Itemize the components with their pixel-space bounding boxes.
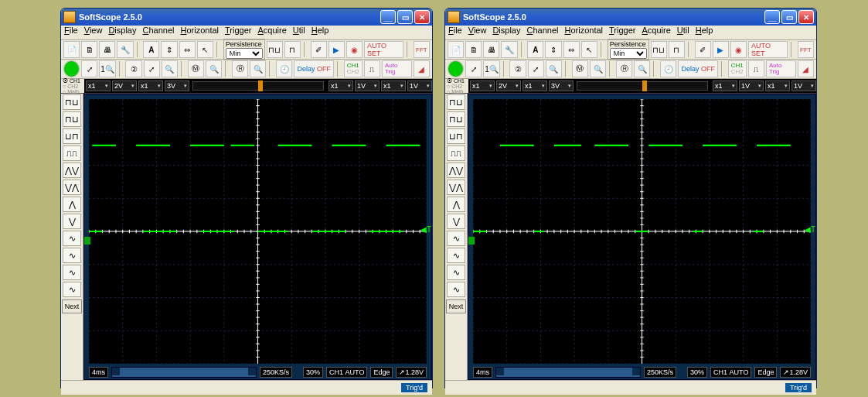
v-scale-3[interactable]: 1V▾ xyxy=(355,80,380,91)
zoom2-icon[interactable]: ⤢ xyxy=(528,60,544,77)
pointer-icon[interactable]: ↖ xyxy=(581,41,597,58)
waveshape-11[interactable]: ∿ xyxy=(447,282,465,297)
menu-horizontal[interactable]: Horizontal xyxy=(180,26,219,39)
zoom-fit-icon[interactable]: 1🔍 xyxy=(99,60,115,77)
position-slider[interactable] xyxy=(192,81,324,91)
menu-channel[interactable]: Channel xyxy=(526,26,558,39)
maximize-button[interactable]: ▭ xyxy=(781,10,797,24)
probe-icon[interactable]: ✐ xyxy=(311,41,327,58)
v-scale-4[interactable]: 1V▾ xyxy=(791,80,816,91)
ch-led-icon[interactable] xyxy=(63,60,80,77)
minimize-button[interactable]: __ xyxy=(764,10,780,24)
wave-b-icon[interactable]: ⊓ xyxy=(284,41,301,58)
channel-radio-group[interactable]: ⦿ CH1 ○ CH2 ○ Math xyxy=(445,79,468,93)
v-scale-1[interactable]: 2V▾ xyxy=(112,80,137,91)
print-icon[interactable]: 🖶 xyxy=(99,41,115,58)
waveshape-5[interactable]: ⋁⋀ xyxy=(447,180,465,195)
trig-slope-icon[interactable]: ◢ xyxy=(798,60,814,77)
cursor-v-icon[interactable]: ⇕ xyxy=(545,41,561,58)
open-icon[interactable]: 📄 xyxy=(448,41,464,58)
menu-help[interactable]: Help xyxy=(696,26,713,39)
v-scale-3[interactable]: 1V▾ xyxy=(739,80,764,91)
ref-button[interactable]: Ⓡ xyxy=(232,60,248,77)
menu-file[interactable]: File xyxy=(448,26,462,39)
menu-display[interactable]: Display xyxy=(108,26,136,39)
waveshape-11[interactable]: ∿ xyxy=(63,282,81,297)
menu-util[interactable]: Util xyxy=(677,26,689,39)
waveshape-4[interactable]: ⋀⋁ xyxy=(447,163,465,178)
persistence-select[interactable]: Min xyxy=(226,48,263,59)
menu-view[interactable]: View xyxy=(84,26,103,39)
autoset-button[interactable]: AUTO SET xyxy=(364,41,403,58)
ch-toggle[interactable]: CH1 CH2 xyxy=(344,60,363,77)
maximize-button[interactable]: ▭ xyxy=(397,10,413,24)
waveshape-3[interactable]: ⎍⎍ xyxy=(447,145,465,161)
fft-button[interactable]: FFT xyxy=(414,41,430,58)
titlebar[interactable]: SoftScope 2.5.0 __ ▭ ✕ xyxy=(61,9,432,26)
zoom-fit-icon[interactable]: 1🔍 xyxy=(483,60,499,77)
zoom2-fit-icon[interactable]: 🔍 xyxy=(546,60,562,77)
text-button[interactable]: A xyxy=(527,41,543,58)
cursor-h-icon[interactable]: ⇔ xyxy=(563,41,580,58)
waveshape-7[interactable]: ⋁ xyxy=(63,214,81,229)
probe-icon[interactable]: ✐ xyxy=(695,41,711,58)
zoom1-icon[interactable]: ⤢ xyxy=(81,60,97,77)
tool-icon[interactable]: 🔧 xyxy=(117,41,133,58)
trigger-marker[interactable]: ◀T xyxy=(420,225,431,234)
x-scale-2[interactable]: x1▾ xyxy=(138,80,163,91)
waveshape-4[interactable]: ⋀⋁ xyxy=(63,163,81,178)
waveshape-0[interactable]: ⊓⊔ xyxy=(447,94,465,110)
menu-trigger[interactable]: Trigger xyxy=(609,26,635,39)
ch2-button[interactable]: ② xyxy=(509,60,526,77)
h-scrollbar[interactable] xyxy=(111,367,257,378)
stop-button[interactable]: ◉ xyxy=(730,41,747,58)
waveshape-0[interactable]: ⊓⊔ xyxy=(63,94,81,110)
ch2-button[interactable]: ② xyxy=(125,60,141,77)
menu-trigger[interactable]: Trigger xyxy=(225,26,251,39)
wave-a-icon[interactable]: ⊓⊔ xyxy=(651,41,667,58)
zoom4-icon[interactable]: 🔍 xyxy=(634,60,650,77)
autotrig-button[interactable]: Auto Trig xyxy=(382,60,412,77)
edge-icon[interactable]: ⎍ xyxy=(748,60,764,77)
timebase-field[interactable]: 4ms xyxy=(89,367,108,378)
x-scale-2[interactable]: x1▾ xyxy=(523,80,547,91)
ground-marker[interactable] xyxy=(468,237,475,245)
text-button[interactable]: A xyxy=(143,41,159,58)
autotrig-button[interactable]: Auto Trig xyxy=(766,60,796,77)
zoom2-icon[interactable]: ⤢ xyxy=(144,60,160,77)
autoset-button[interactable]: AUTO SET xyxy=(748,41,788,58)
run-button[interactable]: ▶ xyxy=(328,41,345,58)
close-button[interactable]: ✕ xyxy=(798,10,814,24)
persistence-select[interactable]: Min xyxy=(610,48,647,59)
trig-slope-icon[interactable]: ◢ xyxy=(414,60,430,77)
save-icon[interactable]: 🗎 xyxy=(465,41,482,58)
waveshape-3[interactable]: ⎍⎍ xyxy=(63,145,81,161)
x-scale-4[interactable]: x1▾ xyxy=(381,80,406,91)
math-button[interactable]: Ⓜ xyxy=(572,60,588,77)
delay-button[interactable]: Delay OFF xyxy=(294,60,334,77)
waveshape-8[interactable]: ∿ xyxy=(447,231,465,246)
ground-marker[interactable] xyxy=(84,237,90,245)
menu-channel[interactable]: Channel xyxy=(142,26,174,39)
waveshape-10[interactable]: ∿ xyxy=(447,265,465,280)
tool-icon[interactable]: 🔧 xyxy=(501,41,517,58)
cursor-h-icon[interactable]: ⇔ xyxy=(179,41,196,58)
next-button[interactable]: Next xyxy=(446,299,466,313)
v-scale-4[interactable]: 1V▾ xyxy=(407,80,432,91)
ch-led-icon[interactable] xyxy=(448,60,464,77)
scope-display[interactable] xyxy=(89,99,427,364)
stop-button[interactable]: ◉ xyxy=(346,41,363,58)
h-scrollbar[interactable] xyxy=(495,367,641,378)
close-button[interactable]: ✕ xyxy=(414,10,430,24)
minimize-button[interactable]: __ xyxy=(380,10,396,24)
waveshape-2[interactable]: ⊔⊓ xyxy=(63,128,81,144)
x-scale-3[interactable]: x1▾ xyxy=(328,80,353,91)
v-scale-2[interactable]: 3V▾ xyxy=(165,80,189,91)
delay-button[interactable]: Delay OFF xyxy=(678,60,718,77)
zoom1-icon[interactable]: ⤢ xyxy=(465,60,482,77)
menu-util[interactable]: Util xyxy=(293,26,305,39)
time-zoom-icon[interactable]: 🕘 xyxy=(660,60,676,77)
x-scale-3[interactable]: x1▾ xyxy=(713,80,737,91)
waveshape-6[interactable]: ⋀ xyxy=(447,197,465,212)
zoom3-icon[interactable]: 🔍 xyxy=(206,60,222,77)
